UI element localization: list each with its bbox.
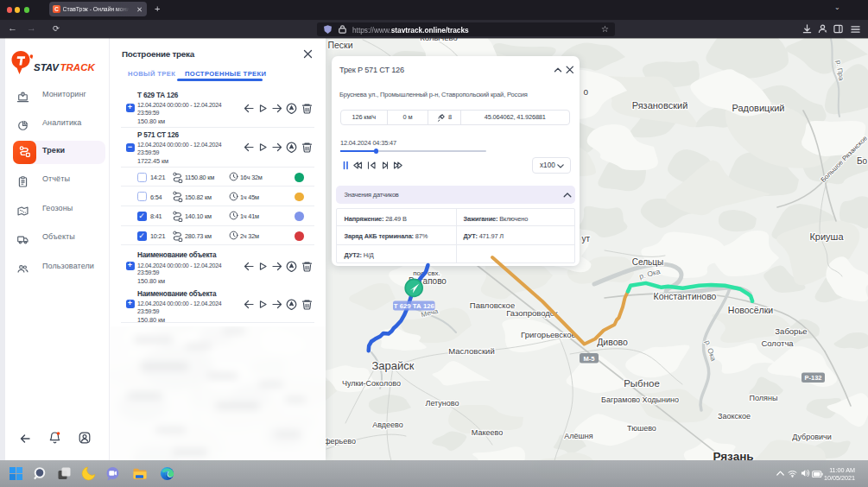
svg-text:TRACK: TRACK xyxy=(60,62,96,73)
svg-text:Т 629 ТА 126: Т 629 ТА 126 xyxy=(394,302,435,310)
svg-text:STAV: STAV xyxy=(34,62,60,73)
